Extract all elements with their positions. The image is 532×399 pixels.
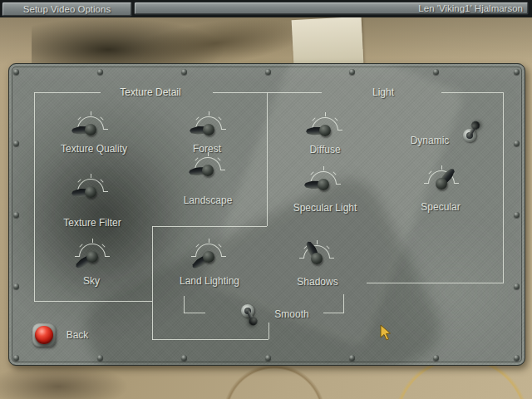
groupbox-line <box>343 294 344 313</box>
control-label: Diffuse <box>309 144 340 155</box>
groupbox-line <box>441 92 503 93</box>
groupbox-line <box>152 339 268 340</box>
knob-cap-icon <box>436 178 447 190</box>
groupbox-line <box>34 92 101 93</box>
group-title-texture-detail: Texture Detail <box>120 86 180 98</box>
groupbox-line <box>184 296 185 313</box>
control-label: Forest <box>193 143 221 155</box>
screw-icon <box>514 283 520 289</box>
notebook-photo <box>292 17 364 66</box>
screw-icon <box>514 140 520 146</box>
groupbox-line <box>152 226 153 340</box>
screw-icon <box>13 355 19 361</box>
screw-icon <box>181 355 187 361</box>
control-label: Land Lighting <box>180 275 239 287</box>
control-label: Landscape <box>184 195 233 206</box>
knob-cap-icon <box>319 125 331 136</box>
title-bar-screen-name: Setup Video Options <box>2 2 132 17</box>
groupbox-line <box>184 313 205 313</box>
screw-icon <box>514 355 520 361</box>
screw-icon <box>514 212 520 218</box>
screw-icon <box>433 355 439 361</box>
title-bar-player-name: Len 'Viking1' Hjalmarson <box>134 2 529 15</box>
groupbox-line <box>34 301 152 302</box>
screw-icon <box>349 69 355 75</box>
control-label: Specular Light <box>293 202 357 214</box>
screw-icon <box>13 212 19 218</box>
knob-cap-icon <box>311 253 323 264</box>
page-title: Setup Video Options <box>23 4 111 14</box>
knob-cap-icon <box>85 186 96 198</box>
screw-icon <box>181 69 187 75</box>
knob-cap-icon <box>203 251 214 263</box>
groupbox-line <box>34 92 35 302</box>
title-bar: Setup Video Options Len 'Viking1' Hjalma… <box>0 0 532 17</box>
screw-icon <box>13 140 19 146</box>
control-label: Specular <box>421 201 460 213</box>
control-label: Sky <box>83 275 100 287</box>
red-button-icon <box>35 326 53 344</box>
control-label: Smooth <box>274 308 308 320</box>
screw-icon <box>265 69 271 75</box>
control-label: Dynamic <box>411 135 450 146</box>
knob-cap-icon <box>85 124 96 135</box>
control-label: Shadows <box>297 276 337 288</box>
groupbox-line <box>268 323 269 339</box>
screw-icon <box>97 69 103 75</box>
group-title-light: Light <box>372 86 394 98</box>
control-label: Texture Filter <box>63 217 121 229</box>
groupbox-line <box>267 92 268 226</box>
player-name: Len 'Viking1' Hjalmarson <box>418 3 523 13</box>
screw-icon <box>514 69 520 75</box>
screw-icon <box>349 355 355 361</box>
back-button-label: Back <box>66 329 89 341</box>
control-label: Texture Quality <box>61 143 127 155</box>
knob-cap-icon <box>86 251 98 263</box>
groupbox-line <box>503 92 504 283</box>
screw-icon <box>265 355 271 361</box>
options-panel: Texture Detail Light Texture Quality For… <box>8 63 525 366</box>
groupbox-line <box>323 313 343 313</box>
knob-cap-icon <box>318 179 329 190</box>
screw-icon <box>13 69 19 75</box>
screw-icon <box>13 283 19 289</box>
knob-cap-icon <box>203 124 214 135</box>
groupbox-line <box>152 226 267 227</box>
setup-video-options-screen: Setup Video Options Len 'Viking1' Hjalma… <box>0 0 532 399</box>
knob-cap-icon <box>202 165 214 176</box>
screw-icon <box>97 355 103 361</box>
groupbox-line <box>367 283 503 283</box>
mouse-cursor-icon <box>380 324 392 342</box>
screw-icon <box>433 69 439 75</box>
